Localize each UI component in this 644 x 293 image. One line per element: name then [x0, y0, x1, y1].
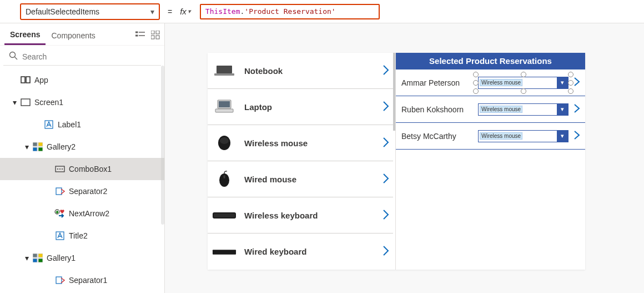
chevron-right-icon[interactable]: [382, 64, 391, 77]
combobox[interactable]: Wireless mouse ▾: [478, 103, 568, 116]
reservation-row[interactable]: Ruben Kokshoorn Wireless mouse ▾: [396, 96, 585, 123]
svg-rect-0: [135, 32, 138, 33]
tree-node-app[interactable]: App: [0, 69, 164, 91]
app-icon: [20, 76, 31, 84]
gallery-icon: [32, 142, 43, 151]
tree-node-label1[interactable]: Label1: [0, 113, 164, 136]
svg-rect-4: [151, 31, 154, 34]
canvas-area[interactable]: Notebook Laptop Wireless mouse Wired mou…: [165, 23, 644, 293]
tree-node-nextarrow2[interactable]: NextArrow2: [0, 202, 164, 225]
formula-bar: DefaultSelectedItems ▾ = fx ▾ ThisItem.'…: [0, 0, 644, 23]
product-thumb-wirelessmouse: [212, 133, 237, 152]
svg-point-8: [10, 52, 16, 58]
svg-point-36: [220, 137, 229, 144]
formula-input[interactable]: ThisItem.'Product Reservation': [200, 4, 380, 19]
svg-rect-16: [33, 147, 37, 151]
tree-node-gallery2[interactable]: ▾ Gallery2: [0, 136, 164, 158]
chevron-right-icon[interactable]: [573, 103, 583, 115]
tab-components[interactable]: Components: [46, 28, 100, 44]
combobox[interactable]: Wireless mouse ▾: [478, 130, 568, 142]
product-row[interactable]: Notebook: [208, 53, 393, 89]
svg-point-19: [57, 168, 58, 170]
svg-point-20: [59, 168, 61, 170]
combobox-selection: Wireless mouse: [480, 79, 522, 86]
chevron-right-icon[interactable]: [573, 130, 583, 142]
chevron-down-icon[interactable]: ▾: [557, 77, 568, 88]
tab-screens[interactable]: Screens: [4, 27, 46, 45]
chevron-down-icon: ▾: [188, 8, 191, 15]
tree-view[interactable]: App ▾ Screen1 Label1 ▾ Gallery2 ComboBox…: [0, 66, 164, 293]
chevron-right-icon[interactable]: [382, 173, 391, 186]
svg-rect-40: [214, 213, 235, 217]
tree-node-screen1[interactable]: ▾ Screen1: [0, 91, 164, 113]
svg-rect-5: [156, 31, 159, 34]
reservation-row[interactable]: Betsy McCarthy Wireless mouse ▾: [396, 123, 585, 150]
product-name: Wireless keyboard: [244, 211, 374, 220]
formula-token-string: 'Product Reservation': [244, 7, 335, 16]
svg-rect-30: [217, 66, 232, 73]
tree-label: Screen1: [34, 98, 63, 107]
caret-down-icon[interactable]: ▾: [10, 98, 19, 107]
product-row[interactable]: Wireless mouse: [208, 125, 393, 161]
fx-dropdown[interactable]: fx ▾: [180, 7, 191, 16]
equals-sign: =: [165, 7, 174, 16]
svg-rect-28: [38, 259, 43, 262]
svg-rect-6: [151, 36, 154, 39]
caret-down-icon[interactable]: ▾: [22, 142, 31, 151]
chevron-right-icon[interactable]: [382, 209, 391, 222]
gallery1-products[interactable]: Notebook Laptop Wireless mouse Wired mou…: [208, 53, 393, 270]
product-row[interactable]: Laptop: [208, 89, 393, 125]
product-thumb-notebook: [212, 61, 237, 80]
property-dropdown[interactable]: DefaultSelectedItems ▾: [20, 3, 160, 20]
tree-label: ComboBox1: [69, 165, 112, 173]
tree-panel: Screens Components App: [0, 23, 165, 293]
product-name: Wireless mouse: [244, 138, 374, 148]
product-row[interactable]: Wired keyboard: [208, 234, 393, 270]
reservations-header: Selected Product Reservations: [396, 53, 585, 69]
formula-token-dot: .: [240, 7, 244, 16]
tree-view-icon[interactable]: [135, 31, 145, 41]
grid-view-icon[interactable]: [151, 31, 160, 41]
tree-scrollbar[interactable]: [161, 66, 164, 225]
tree-label: Label1: [58, 120, 81, 129]
tree-label: NextArrow2: [69, 209, 109, 218]
combobox1-selected[interactable]: Wireless mouse ▾: [478, 77, 568, 89]
product-thumb-wiredmouse: [212, 170, 237, 188]
caret-down-icon[interactable]: ▾: [22, 254, 31, 262]
combobox-selection: Wireless mouse: [480, 106, 522, 113]
chevron-down-icon[interactable]: ▾: [557, 131, 568, 142]
svg-rect-15: [38, 142, 43, 146]
chevron-right-icon[interactable]: [382, 101, 391, 113]
product-thumb-laptop: [212, 97, 237, 116]
app-canvas[interactable]: Notebook Laptop Wireless mouse Wired mou…: [208, 53, 585, 270]
chevron-right-icon[interactable]: [573, 77, 583, 88]
separator-icon: [54, 187, 66, 196]
chevron-down-icon[interactable]: ▾: [557, 104, 568, 115]
tree-label: Gallery1: [47, 254, 76, 262]
chevron-right-icon[interactable]: [382, 245, 391, 258]
tree-label: Title2: [69, 231, 88, 240]
tree-node-separator2[interactable]: Separator2: [0, 180, 164, 202]
tree-node-separator1[interactable]: Separator1: [0, 269, 164, 291]
reservation-name: Betsy McCarthy: [401, 132, 474, 141]
product-name: Wired keyboard: [244, 247, 374, 256]
reservation-name: Ammar Peterson: [401, 78, 474, 87]
separator-icon: [54, 276, 66, 285]
reservation-row[interactable]: Ammar Peterson Wireless mouse ▾: [396, 69, 585, 96]
tree-node-combobox1[interactable]: ComboBox1: [0, 158, 164, 180]
svg-rect-14: [33, 142, 37, 146]
tree-node-gallery1[interactable]: ▾ Gallery1: [0, 247, 164, 269]
product-name: Notebook: [244, 66, 374, 76]
chevron-right-icon[interactable]: [382, 137, 391, 150]
label-icon: [43, 120, 54, 129]
product-row[interactable]: Wired mouse: [208, 161, 393, 197]
search-icon: [9, 51, 18, 62]
search-input[interactable]: [22, 52, 155, 61]
tree-node-title2[interactable]: Title2: [0, 225, 164, 247]
tree-label: Separator2: [69, 187, 107, 196]
gallery2-reservations[interactable]: Selected Product Reservations Ammar Pete…: [395, 53, 585, 270]
product-row[interactable]: Wireless keyboard: [208, 197, 393, 234]
svg-rect-11: [26, 77, 30, 83]
tree-label: Separator1: [69, 276, 107, 285]
label-icon: [54, 231, 66, 240]
